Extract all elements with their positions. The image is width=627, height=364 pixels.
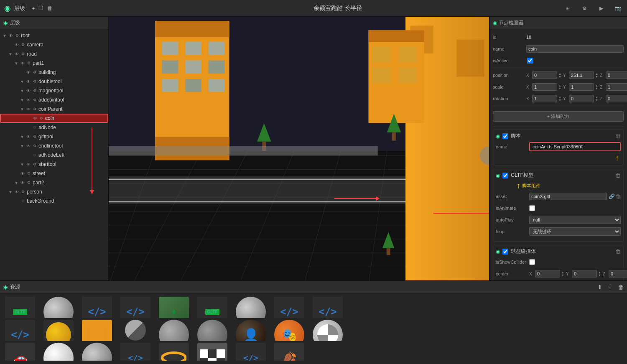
settings-button[interactable]: ⚙: [579, 3, 589, 13]
viewport[interactable]: [109, 17, 489, 280]
center-y-spinners[interactable]: ▲▼: [598, 271, 601, 277]
tree-item-magnettool[interactable]: ▼👁⚙magnettool: [0, 86, 108, 95]
tree-item-adNodeLeft[interactable]: ⚙adNodeLeft: [0, 150, 108, 160]
eye-icon-part1[interactable]: 👁: [19, 61, 26, 66]
scale-x-spinners[interactable]: ▲▼: [558, 84, 561, 90]
expand-icon-part2[interactable]: ▼: [13, 181, 19, 185]
expand-icon-magnettool[interactable]: ▼: [19, 89, 25, 93]
isactive-checkbox[interactable]: [527, 58, 533, 64]
play-button[interactable]: ▶: [596, 3, 606, 13]
tree-item-part2[interactable]: ▼👁⚙part2: [0, 178, 108, 187]
asset-item-coinClone.ts[interactable]: </>coinClone.ts: [273, 297, 306, 318]
expand-icon-road[interactable]: ▼: [8, 52, 13, 56]
asset-item-[interactable]: </>: [234, 343, 268, 361]
asset-item-DefaultMaterial[interactable]: DefaultMaterial: [157, 320, 191, 341]
asset-item-DefaultMaterial[interactable]: 👤DefaultMaterial: [234, 320, 268, 341]
center-y-input[interactable]: [572, 270, 597, 277]
tree-item-coinParent[interactable]: ▼👁⚙coinParent: [0, 104, 108, 114]
asset-item-coinTexure.jpg[interactable]: coinTexure.jpg: [42, 320, 75, 341]
name-input[interactable]: [526, 45, 624, 53]
position-y-input[interactable]: [569, 71, 594, 79]
asset-item-buildingRun.ts[interactable]: </>buildingRun.ts: [119, 297, 152, 318]
rotation-y-spinners[interactable]: ▲▼: [595, 96, 598, 102]
tree-item-starttool[interactable]: ▼👁⚙starttool: [0, 160, 108, 169]
eye-icon-root[interactable]: 👁: [8, 33, 14, 38]
gltf-autoplay-select[interactable]: null: [529, 216, 621, 224]
tree-item-road[interactable]: ▼👁⚙road: [0, 49, 108, 59]
asset-item-DefaultMaterial[interactable]: DefaultMaterial: [311, 320, 344, 341]
expand-icon-doubletool[interactable]: ▼: [19, 79, 25, 84]
asset-item-DoubleMaterial[interactable]: DoubleMaterial: [80, 320, 114, 341]
asset-item-adX.gltf[interactable]: GLTFadX.gltf: [3, 297, 37, 318]
gltf-asset-input[interactable]: [529, 193, 607, 200]
assets-add-button[interactable]: +: [608, 283, 612, 291]
eye-icon-part2[interactable]: 👁: [19, 181, 26, 185]
rotation-z-input[interactable]: [606, 95, 627, 102]
asset-item-coinX.gltf[interactable]: GLTFcoinX.gltf: [196, 297, 229, 318]
rotation-x-input[interactable]: [532, 95, 557, 102]
eye-icon-person[interactable]: 👁: [13, 190, 20, 194]
tree-item-gifttool[interactable]: ▼👁⚙gifttool: [0, 132, 108, 141]
scale-x-input[interactable]: [532, 83, 557, 91]
gltf-delete-button[interactable]: 🗑: [615, 172, 621, 178]
delete-node-button[interactable]: 🗑: [47, 5, 52, 11]
position-x-spinners[interactable]: ▲▼: [558, 72, 561, 78]
tree-item-root[interactable]: ▼👁⚙root: [0, 31, 108, 40]
gltf-isanimate-checkbox[interactable]: [529, 205, 535, 211]
asset-item-[interactable]: </>: [119, 343, 152, 361]
asset-item-ad.ts[interactable]: </>ad.ts: [80, 297, 114, 318]
tree-item-endlinetool[interactable]: ▼👁⚙endlinetool: [0, 141, 108, 150]
tree-item-backGround[interactable]: ⚙backGround: [0, 196, 108, 206]
center-x-input[interactable]: [535, 270, 560, 277]
tree-item-street[interactable]: 👁⚙street: [0, 169, 108, 178]
asset-item-collisionAnima.ts[interactable]: </>collisionAnima.ts: [311, 297, 344, 318]
expand-icon-addcointool[interactable]: ▼: [19, 98, 25, 102]
eye-icon-building[interactable]: 👁: [25, 70, 32, 75]
expand-icon-starttool[interactable]: ▼: [19, 162, 25, 167]
tree-item-building[interactable]: 👁⚙building: [0, 68, 108, 77]
scale-y-spinners[interactable]: ▲▼: [595, 84, 598, 90]
asset-item-DefaultMaterial[interactable]: DefaultMaterial: [119, 320, 152, 341]
sphere-active-checkbox[interactable]: [502, 249, 508, 255]
tree-item-addcointool[interactable]: ▼👁⚙addcointool: [0, 95, 108, 104]
tree-item-person[interactable]: ▼👁⚙person: [0, 187, 108, 196]
eye-icon-endlinetool[interactable]: 👁: [25, 144, 32, 148]
asset-link-icon[interactable]: 🔗: [609, 193, 615, 199]
eye-icon-doubletool[interactable]: 👁: [25, 79, 32, 84]
gltf-active-checkbox[interactable]: [502, 173, 508, 178]
script-active-checkbox[interactable]: [502, 133, 508, 139]
expand-icon-coinParent[interactable]: ▼: [19, 107, 25, 112]
asset-item-[interactable]: [42, 343, 75, 361]
asset-item-[interactable]: [196, 343, 229, 361]
expand-icon-endlinetool[interactable]: ▼: [19, 144, 25, 148]
asset-item-build_tree.webp[interactable]: 🌲build_tree.webp: [157, 297, 191, 318]
rotation-x-spinners[interactable]: ▲▼: [558, 96, 561, 102]
sphere-isshow-checkbox[interactable]: [529, 259, 535, 265]
scale-y-input[interactable]: [569, 83, 594, 91]
camera-button[interactable]: 📷: [613, 3, 623, 13]
tree-item-doubletool[interactable]: ▼👁⚙doubletool: [0, 77, 108, 86]
eye-icon-starttool[interactable]: 👁: [25, 162, 32, 167]
eye-icon-road[interactable]: 👁: [13, 52, 20, 56]
tree-item-coin[interactable]: 👁⚙coin: [0, 114, 108, 123]
assets-export-button[interactable]: ⬆: [597, 284, 602, 290]
scale-z-input[interactable]: [606, 83, 627, 91]
copy-node-button[interactable]: ❐: [38, 5, 43, 11]
expand-icon-gifttool[interactable]: ▼: [19, 135, 25, 139]
assets-delete-button[interactable]: 🗑: [618, 284, 624, 290]
gltf-loop-select[interactable]: 无限循环: [529, 227, 621, 236]
tree-item-adNode[interactable]: ⚙adNode: [0, 123, 108, 132]
center-z-input[interactable]: [609, 270, 627, 277]
script-name-input[interactable]: [529, 142, 621, 151]
hierarchy-tree[interactable]: ▼👁⚙root 👁⚙camera▼👁⚙road▼👁⚙part1 👁⚙buildi…: [0, 29, 108, 280]
eye-icon-coin[interactable]: 👁: [32, 116, 38, 121]
asset-item-DefaultMaterial[interactable]: DefaultMaterial: [196, 320, 229, 341]
rotation-y-input[interactable]: [569, 95, 594, 102]
asset-item-[interactable]: [157, 343, 191, 361]
add-ability-button[interactable]: + 添加能力: [493, 111, 624, 122]
asset-item-[interactable]: 🍂: [273, 343, 306, 361]
eye-icon-gifttool[interactable]: 👁: [25, 135, 32, 139]
asset-delete-icon[interactable]: 🗑: [616, 193, 621, 199]
position-z-input[interactable]: [606, 71, 627, 79]
expand-icon-root[interactable]: ▼: [2, 33, 8, 38]
